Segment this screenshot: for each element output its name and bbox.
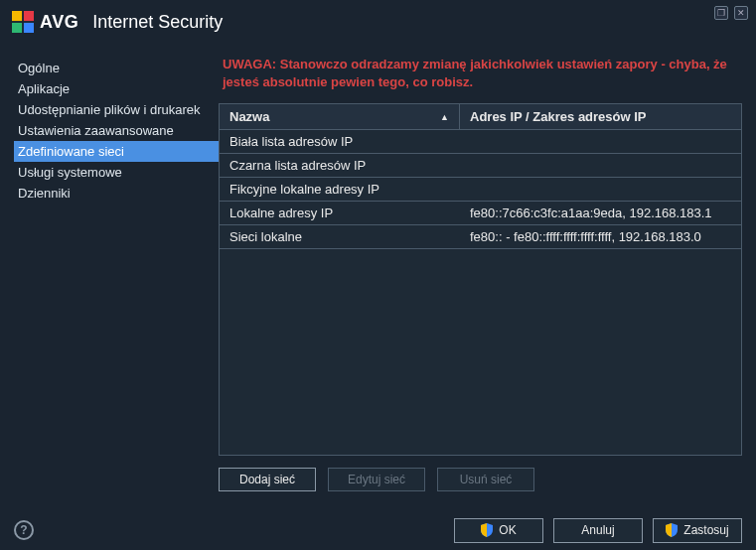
column-header-name[interactable]: Nazwa ▲ [220,104,460,129]
column-header-ip-label: Adres IP / Zakres adresów IP [470,109,647,124]
ok-button-label: OK [499,523,516,537]
sidebar: Ogólne Aplikacje Udostępnianie plików i … [14,56,219,498]
table-row[interactable]: Biała lista adresów IP [220,130,741,154]
content-area: Ogólne Aplikacje Udostępnianie plików i … [0,44,756,498]
svg-rect-2 [12,23,22,33]
window-controls: ❐ ✕ [714,6,748,20]
svg-rect-1 [24,11,34,21]
add-network-button[interactable]: Dodaj sieć [219,468,316,491]
cell-name: Fikcyjne lokalne adresy IP [220,178,460,201]
cell-name: Biała lista adresów IP [220,130,460,153]
cell-name: Czarna lista adresów IP [220,154,460,177]
shield-icon [481,523,493,537]
table-actions: Dodaj sieć Edytuj sieć Usuń sieć [219,468,742,491]
sidebar-item-system-services[interactable]: Usługi systemowe [14,162,219,183]
sidebar-item-applications[interactable]: Aplikacje [14,78,219,99]
sort-ascending-icon: ▲ [440,112,449,122]
svg-rect-0 [12,11,22,21]
avg-logo-icon [12,11,34,33]
shield-icon [666,523,678,537]
cell-ip [460,130,741,153]
cell-name: Sieci lokalne [220,225,460,248]
column-header-ip[interactable]: Adres IP / Zakres adresów IP [460,104,741,129]
footer: ? OK Anuluj Zastosuj [0,510,756,550]
logo-text: AVG [40,12,78,33]
apply-button-label: Zastosuj [683,523,728,537]
cell-name: Lokalne adresy IP [220,202,460,224]
close-window-button[interactable]: ✕ [734,6,748,20]
cell-ip [460,178,741,201]
cell-ip [460,154,741,177]
sidebar-item-defined-networks[interactable]: Zdefiniowane sieci [14,141,219,162]
sidebar-item-logs[interactable]: Dzienniki [14,183,219,204]
delete-network-button: Usuń sieć [437,468,534,491]
apply-button[interactable]: Zastosuj [653,518,742,543]
svg-rect-3 [24,23,34,33]
table-row[interactable]: Fikcyjne lokalne adresy IP [220,178,741,202]
sidebar-item-advanced-settings[interactable]: Ustawienia zaawansowane [14,120,219,141]
table-row[interactable]: Lokalne adresy IP fe80::7c66:c3fc:a1aa:9… [220,202,741,225]
cell-ip: fe80:: - fe80::ffff:ffff:ffff:ffff, 192.… [460,225,741,248]
sidebar-item-file-printer-sharing[interactable]: Udostępnianie plików i drukarek [14,99,219,120]
table-header: Nazwa ▲ Adres IP / Zakres adresów IP [220,104,741,130]
cell-ip: fe80::7c66:c3fc:a1aa:9eda, 192.168.183.1 [460,202,741,224]
app-logo: AVG Internet Security [12,11,223,33]
sidebar-item-general[interactable]: Ogólne [14,58,219,78]
warning-text: UWAGA: Stanowczo odradzamy zmianę jakich… [219,56,742,91]
cancel-button[interactable]: Anuluj [553,518,643,543]
help-icon[interactable]: ? [14,520,34,540]
ok-button[interactable]: OK [454,518,543,543]
app-title: Internet Security [92,12,223,33]
footer-buttons: OK Anuluj Zastosuj [454,518,742,543]
table-row[interactable]: Sieci lokalne fe80:: - fe80::ffff:ffff:f… [220,225,741,249]
titlebar: AVG Internet Security ❐ ✕ [0,0,756,44]
restore-window-button[interactable]: ❐ [714,6,728,20]
edit-network-button: Edytuj sieć [328,468,425,491]
cancel-button-label: Anuluj [581,523,614,537]
table-row[interactable]: Czarna lista adresów IP [220,154,741,178]
column-header-name-label: Nazwa [229,109,269,124]
networks-table: Nazwa ▲ Adres IP / Zakres adresów IP Bia… [219,103,742,456]
main-panel: UWAGA: Stanowczo odradzamy zmianę jakich… [219,56,742,498]
